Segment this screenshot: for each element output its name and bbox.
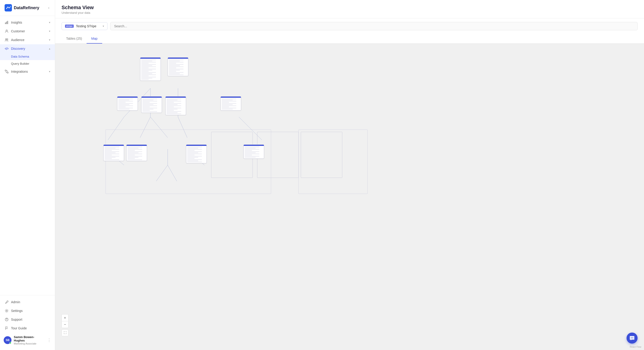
svg-rect-0 — [4, 4, 12, 11]
tab-map[interactable]: Map — [86, 34, 102, 44]
chat-button[interactable] — [626, 333, 638, 344]
svg-point-11 — [6, 310, 7, 312]
integrations-chevron: ▾ — [49, 70, 50, 73]
table-node-10[interactable] — [244, 145, 264, 159]
source-chevron-icon: ▾ — [103, 24, 104, 28]
person-icon — [4, 29, 9, 33]
svg-line-17 — [150, 117, 168, 138]
sidebar-item-audience[interactable]: Audience ▾ — [0, 35, 55, 44]
controls-row: stripe Testing STripe ▾ — [55, 18, 644, 34]
sidebar-item-admin[interactable]: Admin — [0, 298, 55, 306]
svg-line-25 — [156, 165, 168, 181]
sidebar-item-discovery[interactable]: Discovery ▴ — [0, 44, 55, 53]
svg-rect-3 — [6, 21, 7, 24]
page-title: Schema View — [62, 4, 638, 10]
table-node-6[interactable] — [220, 96, 241, 111]
user-role: Marketing Associate — [14, 342, 45, 345]
svg-point-33 — [632, 338, 632, 338]
sidebar-sub-data-schema[interactable]: Data Schema — [0, 53, 55, 60]
insights-chevron: ▾ — [49, 21, 50, 24]
wrench-icon — [4, 300, 9, 304]
customer-label: Customer — [11, 29, 46, 33]
discovery-chevron: ▴ — [49, 47, 50, 50]
schema-connector-lines — [55, 44, 644, 350]
svg-point-7 — [7, 39, 8, 40]
sidebar-item-tour-guide[interactable]: Tour Guide — [0, 324, 55, 333]
svg-line-20 — [108, 117, 124, 140]
table-node-4[interactable] — [141, 96, 162, 113]
table-node-7[interactable] — [103, 145, 124, 161]
svg-line-26 — [168, 165, 177, 181]
app-logo-icon — [4, 4, 12, 11]
svg-line-23 — [239, 117, 262, 140]
svg-line-18 — [178, 117, 187, 138]
audience-chevron: ▾ — [49, 38, 50, 41]
sidebar-item-support[interactable]: Support — [0, 315, 55, 324]
insights-label: Insights — [11, 21, 46, 24]
zoom-out-button[interactable]: − — [62, 321, 68, 328]
support-label: Support — [11, 318, 50, 321]
tabs-row: Tables (25) Map — [55, 34, 644, 44]
svg-rect-28 — [301, 132, 342, 178]
table-node-1[interactable] — [140, 57, 161, 81]
svg-point-6 — [6, 39, 7, 40]
table-node-3[interactable] — [117, 96, 138, 111]
svg-point-34 — [633, 338, 634, 338]
user-more-button[interactable]: ⋮ — [47, 338, 51, 343]
table-node-2[interactable] — [168, 57, 188, 76]
tab-tables-label: Tables (25) — [66, 37, 82, 40]
online-indicator — [10, 342, 11, 344]
svg-rect-31 — [298, 130, 368, 194]
avatar: SB — [4, 336, 12, 344]
svg-rect-4 — [7, 21, 8, 24]
discovery-label: Discovery — [11, 47, 46, 50]
stripe-badge: stripe — [65, 24, 74, 28]
sidebar-item-customer[interactable]: Customer ▾ — [0, 27, 55, 35]
user-name: Samm Bowen-Hughes — [14, 335, 45, 342]
svg-rect-2 — [5, 22, 6, 24]
app-name: DataRefinery — [14, 5, 39, 10]
arrows-icon — [4, 69, 9, 74]
search-input[interactable] — [110, 22, 638, 30]
settings-label: Settings — [11, 309, 50, 313]
svg-point-5 — [6, 30, 7, 31]
sidebar-collapse-button[interactable]: ‹ — [47, 5, 50, 11]
question-icon — [4, 318, 9, 322]
sidebar-item-integrations[interactable]: Integrations ▾ — [0, 67, 55, 76]
logo-area: DataRefinery ‹ — [0, 0, 55, 16]
sidebar-nav: Insights ▾ Customer ▾ Audience ▾ Discove… — [0, 16, 55, 295]
fullscreen-button[interactable]: ⛶ — [62, 329, 68, 336]
sidebar-item-insights[interactable]: Insights ▾ — [0, 18, 55, 27]
table-node-9[interactable] — [186, 145, 207, 163]
sidebar-item-settings[interactable]: Settings — [0, 306, 55, 315]
tab-tables[interactable]: Tables (25) — [62, 34, 86, 44]
svg-line-8 — [6, 47, 7, 50]
page-header: Schema View Understand your data — [55, 0, 644, 18]
table-node-8[interactable] — [126, 145, 147, 161]
data-schema-label: Data Schema — [11, 55, 29, 58]
tab-map-label: Map — [91, 37, 98, 40]
source-selector[interactable]: stripe Testing STripe ▾ — [62, 22, 108, 30]
code-icon — [4, 47, 9, 51]
tour-guide-label: Tour Guide — [11, 326, 50, 330]
group-icon — [4, 38, 9, 42]
sidebar-bottom: Admin Settings Support Tour Guide SB — [0, 295, 55, 350]
audience-label: Audience — [11, 38, 46, 42]
source-label: Testing STripe — [76, 24, 100, 28]
svg-point-1 — [10, 6, 11, 7]
svg-point-32 — [631, 338, 632, 338]
schema-map — [55, 44, 644, 350]
schema-map-canvas[interactable]: + − ⛶ React Flow — [55, 44, 644, 350]
bar-chart-icon — [4, 20, 9, 24]
main-content: Schema View Understand your data stripe … — [55, 0, 644, 350]
table-node-5[interactable] — [165, 96, 186, 115]
sidebar: DataRefinery ‹ Insights ▾ Customer ▾ Aud… — [0, 0, 55, 350]
sidebar-sub-query-builder[interactable]: Query Builder — [0, 60, 55, 67]
zoom-in-button[interactable]: + — [62, 314, 68, 321]
flag-icon — [4, 326, 9, 330]
user-profile-row[interactable]: SB Samm Bowen-Hughes Marketing Associate… — [0, 333, 55, 348]
user-initials: SB — [6, 339, 10, 342]
user-info: Samm Bowen-Hughes Marketing Associate — [14, 335, 45, 345]
svg-line-16 — [140, 117, 150, 138]
map-controls: + − ⛶ — [62, 314, 68, 336]
